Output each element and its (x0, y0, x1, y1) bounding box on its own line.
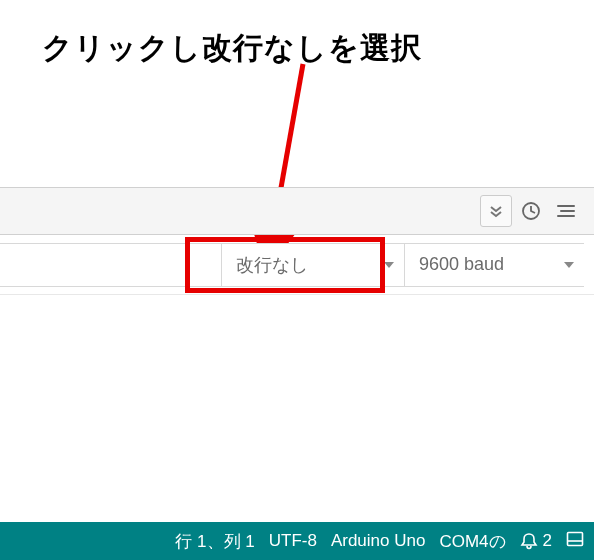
panel-toggle-icon[interactable] (566, 531, 584, 552)
list-icon[interactable] (550, 195, 582, 227)
serial-monitor-toolbar (0, 187, 594, 235)
status-port: COM4の (439, 530, 505, 553)
status-bar: 行 1、列 1 UTF-8 Arduino Uno COM4の 2 (0, 522, 594, 560)
status-encoding: UTF-8 (269, 531, 317, 551)
serial-monitor-controls: 改行なし 9600 baud (0, 235, 594, 295)
status-cursor-position: 行 1、列 1 (175, 530, 254, 553)
clock-icon[interactable] (515, 195, 547, 227)
chevrons-down-icon[interactable] (480, 195, 512, 227)
status-board: Arduino Uno (331, 531, 426, 551)
bell-icon (520, 532, 538, 550)
line-ending-dropdown[interactable]: 改行なし (222, 243, 404, 287)
svg-rect-5 (568, 532, 583, 545)
serial-input[interactable] (0, 243, 222, 287)
caret-down-icon (384, 262, 394, 268)
caret-down-icon (564, 262, 574, 268)
notifications-count: 2 (543, 531, 552, 551)
annotation-text: クリックし改行なしを選択 (42, 28, 422, 69)
notifications-button[interactable]: 2 (520, 531, 552, 551)
line-ending-value: 改行なし (236, 253, 308, 277)
baud-value: 9600 baud (419, 254, 504, 275)
baud-dropdown[interactable]: 9600 baud (404, 243, 584, 287)
